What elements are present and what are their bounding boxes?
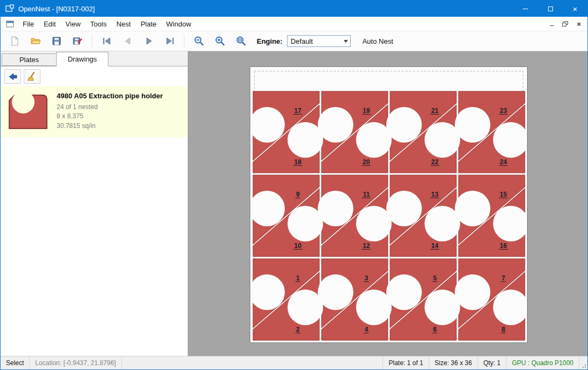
new-button[interactable] <box>4 32 25 50</box>
part-notch-cutout <box>425 122 460 158</box>
close-button[interactable]: × <box>563 1 587 17</box>
part-number-label[interactable]: 16 <box>500 242 507 250</box>
part-notch-cutout <box>318 274 353 310</box>
part-notch-cutout <box>493 290 527 325</box>
open-button[interactable] <box>25 32 46 50</box>
app-icon <box>5 4 14 13</box>
part-number-label[interactable]: 13 <box>431 191 439 198</box>
menu-file[interactable]: File <box>18 17 39 31</box>
part-number-label[interactable]: 14 <box>431 242 439 250</box>
import-drawing-icon <box>8 71 18 82</box>
menu-nest[interactable]: Nest <box>112 17 136 31</box>
part-notch-cutout <box>288 206 323 241</box>
save-button[interactable] <box>46 32 67 50</box>
part-notch-cutout <box>455 274 490 310</box>
part-number-label[interactable]: 3 <box>365 274 368 282</box>
tab-drawings[interactable]: Drawings <box>56 52 108 66</box>
menu-window[interactable]: Window <box>161 17 196 31</box>
tab-plates[interactable]: Plates <box>2 53 57 66</box>
zoom-fit-button[interactable] <box>230 32 251 50</box>
last-plate-button[interactable] <box>159 32 180 50</box>
part-number-label[interactable]: 10 <box>294 242 302 250</box>
nest-canvas[interactable]: 171819202122232491011121314151612345678 <box>188 51 587 356</box>
part-number-label[interactable]: 23 <box>500 107 507 115</box>
menu-view[interactable]: View <box>60 17 85 31</box>
part-number-label[interactable]: 1 <box>296 274 300 282</box>
drawing-list-item[interactable]: 4980 A05 Extraction pipe holder 24 of 1 … <box>1 86 188 137</box>
part-number-label[interactable]: 5 <box>433 274 437 282</box>
drawing-dimensions: 8 x 8.375 <box>57 112 163 121</box>
menu-edit[interactable]: Edit <box>39 17 60 31</box>
part-notch-cutout <box>250 107 285 143</box>
part-thumbnail <box>6 91 50 133</box>
part-number-label[interactable]: 9 <box>296 191 300 198</box>
close-icon: × <box>573 4 578 14</box>
next-plate-button[interactable] <box>138 32 159 50</box>
plate[interactable]: 171819202122232491011121314151612345678 <box>250 66 528 343</box>
part-number-label[interactable]: 18 <box>294 158 302 166</box>
status-plate: Plate: 1 of 1 <box>382 356 428 369</box>
minimize-icon <box>523 9 528 9</box>
drawing-area: 30.7815 sq/in <box>57 122 163 131</box>
part-notch-cutout <box>493 206 527 241</box>
part-number-label[interactable]: 21 <box>431 107 439 115</box>
part-number-label[interactable]: 6 <box>433 326 437 333</box>
part-notch-cutout <box>288 122 323 158</box>
nav-prev-icon <box>122 36 133 46</box>
auto-nest-button[interactable]: Auto Nest <box>363 37 393 45</box>
main-area: Plates Drawings <box>1 51 587 356</box>
part-notch-cutout <box>386 191 422 226</box>
mdi-minimize-button[interactable] <box>546 18 558 29</box>
mdi-window-controls: × <box>546 18 587 29</box>
part-notch-cutout <box>356 290 392 325</box>
part-number-label[interactable]: 11 <box>363 191 370 198</box>
engine-select[interactable]: Default <box>287 35 351 47</box>
menu-tools[interactable]: Tools <box>85 17 111 31</box>
engine-label: Engine: <box>257 37 283 45</box>
part-notch-cutout <box>318 107 353 143</box>
mdi-close-button[interactable]: × <box>573 18 585 29</box>
part-notch-cutout <box>318 191 353 226</box>
status-spacer <box>122 356 383 369</box>
part-number-label[interactable]: 4 <box>365 326 368 333</box>
import-drawing-button[interactable] <box>4 69 21 84</box>
part-notch-cutout <box>356 206 392 241</box>
part-number-label[interactable]: 19 <box>363 107 370 115</box>
tab-plates-label: Plates <box>19 56 39 64</box>
first-plate-button[interactable] <box>96 32 117 50</box>
status-location: Location: [-0.9437, 21.8796] <box>30 356 121 369</box>
main-toolbar: Engine: Default Auto Nest <box>1 31 587 51</box>
part-number-label[interactable]: 22 <box>431 158 439 166</box>
part-number-label[interactable]: 24 <box>500 158 507 166</box>
zoom-in-button[interactable] <box>209 32 230 50</box>
part-notch-cutout <box>425 290 460 325</box>
nav-first-icon <box>101 36 112 46</box>
part-number-label[interactable]: 2 <box>296 326 300 333</box>
part-number-label[interactable]: 7 <box>502 274 505 282</box>
drawing-info: 4980 A05 Extraction pipe holder 24 of 1 … <box>57 91 163 131</box>
clear-drawings-button[interactable] <box>24 69 40 84</box>
status-bar: Select Location: [-0.9437, 21.8796] Plat… <box>1 356 587 369</box>
prev-plate-button[interactable] <box>117 32 138 50</box>
status-size: Size: 36 x 36 <box>429 356 477 369</box>
zoom-out-icon <box>194 36 204 46</box>
resize-grip[interactable] <box>579 356 587 369</box>
menu-plate[interactable]: Plate <box>135 17 161 31</box>
drawing-title: 4980 A05 Extraction pipe holder <box>57 92 163 100</box>
nav-next-icon <box>143 36 154 46</box>
part-notch-cutout <box>250 191 285 226</box>
part-number-label[interactable]: 8 <box>502 326 505 333</box>
status-gpu: GPU : Quadro P1000 <box>506 356 579 369</box>
zoom-out-button[interactable] <box>188 32 209 50</box>
part-number-label[interactable]: 17 <box>294 107 302 115</box>
part-number-label[interactable]: 15 <box>500 191 507 198</box>
save-as-button[interactable] <box>67 32 88 50</box>
part-number-label[interactable]: 12 <box>363 242 370 250</box>
part-number-label[interactable]: 20 <box>363 158 370 166</box>
maximize-button[interactable] <box>538 1 563 17</box>
drawings-toolbar <box>1 66 188 86</box>
mdi-restore-button[interactable] <box>559 18 571 29</box>
mdi-restore-icon <box>562 21 569 27</box>
new-file-icon <box>9 36 20 46</box>
minimize-button[interactable] <box>513 1 538 17</box>
